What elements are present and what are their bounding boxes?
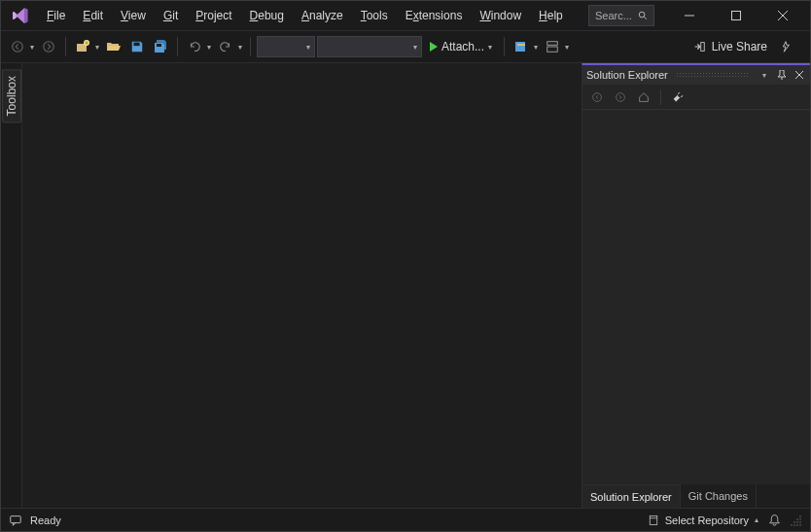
nav-forward-button[interactable] [38, 36, 59, 57]
svg-point-30 [791, 524, 793, 526]
menu-git[interactable]: Git [155, 5, 187, 26]
svg-point-32 [796, 524, 798, 526]
menu-help[interactable]: Help [530, 5, 572, 26]
svg-point-24 [799, 515, 801, 517]
menu-window[interactable]: Window [471, 5, 530, 26]
svg-rect-21 [11, 515, 21, 522]
menu-project[interactable]: Project [187, 5, 240, 26]
menu-analyze[interactable]: Analyze [293, 5, 352, 26]
toolbar-separator [504, 37, 505, 56]
tab-solution-explorer[interactable]: Solution Explorer [582, 484, 681, 508]
maximize-button[interactable] [715, 1, 758, 30]
toolbar-separator [65, 37, 66, 56]
toolbar-separator [177, 37, 178, 56]
open-file-button[interactable] [103, 36, 124, 57]
left-rail: Toolbox [1, 63, 22, 508]
feedback-button[interactable] [775, 36, 796, 57]
search-icon [638, 10, 648, 21]
svg-point-29 [799, 521, 801, 523]
find-dropdown[interactable]: ▾ [532, 43, 540, 52]
layout-button[interactable] [542, 36, 563, 57]
select-repository-button[interactable]: Select Repository ▴ [648, 514, 758, 526]
status-ready: Ready [30, 514, 61, 526]
menu-extensions[interactable]: Extensions [397, 5, 472, 26]
svg-rect-3 [732, 12, 741, 20]
panel-title: Solution Explorer [586, 69, 668, 81]
svg-point-0 [639, 12, 645, 18]
home-icon[interactable] [635, 89, 652, 106]
redo-dropdown[interactable]: ▾ [236, 43, 244, 52]
titlebar: File Edit View Git Project Debug Analyze… [1, 1, 810, 30]
wrench-icon[interactable] [669, 89, 687, 106]
notifications-button[interactable] [768, 514, 781, 526]
solution-platform-combo[interactable]: ▾ [317, 36, 422, 57]
layout-dropdown[interactable]: ▾ [563, 43, 571, 52]
nav-forward-icon[interactable] [612, 89, 629, 106]
svg-point-27 [793, 521, 795, 523]
menu-debug[interactable]: Debug [241, 5, 293, 26]
menu-tools[interactable]: Tools [352, 5, 397, 26]
save-button[interactable] [126, 36, 148, 57]
play-icon [430, 42, 438, 52]
editor-area [22, 63, 582, 508]
svg-point-20 [617, 92, 625, 101]
redo-button[interactable] [215, 36, 236, 57]
nav-back-icon[interactable] [588, 89, 606, 106]
statusbar: Ready Select Repository ▴ [1, 508, 810, 531]
panel-header[interactable]: Solution Explorer ▾ [582, 65, 810, 85]
svg-point-28 [796, 521, 798, 523]
pin-icon[interactable] [775, 68, 789, 82]
close-panel-icon[interactable] [793, 68, 806, 82]
live-share-icon [692, 40, 706, 53]
menu-edit[interactable]: Edit [74, 5, 112, 26]
workspace: Toolbox Solution Explorer ▾ [1, 63, 810, 508]
main-menu: File Edit View Git Project Debug Analyze… [38, 5, 572, 26]
svg-point-7 [44, 42, 54, 53]
new-project-button[interactable] [72, 36, 93, 57]
search-placeholder: Searc... [595, 10, 632, 21]
svg-rect-15 [547, 47, 558, 52]
svg-point-19 [593, 92, 602, 101]
chevron-up-icon: ▴ [755, 515, 758, 524]
svg-rect-16 [700, 43, 704, 52]
undo-dropdown[interactable]: ▾ [205, 43, 213, 52]
undo-button[interactable] [184, 36, 205, 57]
bell-icon [768, 514, 781, 526]
panel-tabs: Solution Explorer Git Changes [582, 484, 810, 508]
tab-label: Git Changes [688, 490, 748, 502]
attach-debugger-button[interactable]: Attach... ▾ [424, 36, 498, 57]
menu-file[interactable]: File [38, 5, 74, 26]
live-share-button[interactable]: Live Share [692, 40, 767, 53]
svg-rect-11 [157, 44, 161, 47]
repo-icon [648, 514, 659, 526]
find-in-files-button[interactable] [511, 36, 532, 57]
chat-icon[interactable] [9, 514, 22, 527]
nav-back-dropdown[interactable]: ▾ [28, 43, 36, 52]
toolbox-label: Toolbox [5, 76, 18, 116]
menu-view[interactable]: View [112, 5, 155, 26]
panel-menu-icon[interactable]: ▾ [758, 68, 771, 82]
live-share-label: Live Share [712, 40, 767, 53]
panel-grip[interactable] [676, 72, 750, 78]
new-project-dropdown[interactable]: ▾ [93, 43, 101, 52]
svg-point-25 [796, 518, 798, 520]
tab-git-changes[interactable]: Git Changes [681, 484, 757, 508]
resize-grip-icon[interactable] [791, 514, 802, 526]
solution-config-combo[interactable]: ▾ [257, 36, 315, 57]
close-button[interactable] [761, 1, 804, 30]
nav-back-button[interactable] [7, 36, 28, 57]
tab-label: Solution Explorer [590, 491, 672, 503]
toolbox-tab[interactable]: Toolbox [2, 69, 21, 123]
search-input[interactable]: Searc... [588, 5, 654, 26]
solution-explorer-panel: Solution Explorer ▾ [582, 63, 810, 508]
minimize-button[interactable] [668, 1, 711, 30]
toolbar: ▾ ▾ [1, 30, 810, 63]
toolbar-right: Live Share [692, 36, 804, 57]
svg-rect-12 [515, 42, 525, 52]
svg-point-31 [793, 524, 795, 526]
svg-rect-13 [517, 44, 525, 46]
solution-tree[interactable] [582, 110, 810, 484]
save-all-button[interactable] [150, 36, 171, 57]
panel-separator [660, 89, 661, 105]
vs-logo-icon [11, 6, 30, 25]
